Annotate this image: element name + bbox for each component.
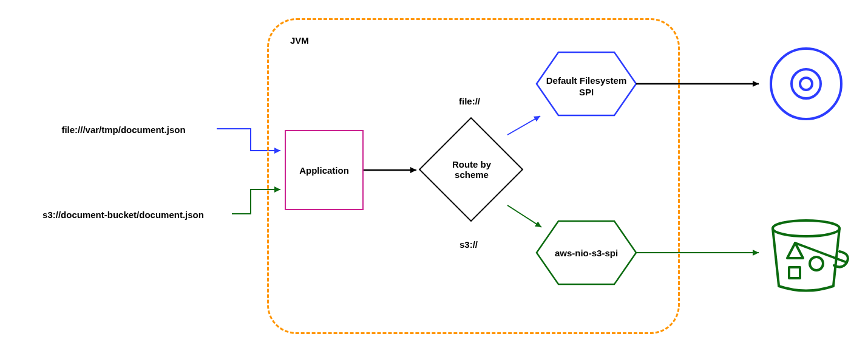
architecture-diagram: JVM Application Route by scheme file:// … — [0, 0, 868, 345]
application-box: Application — [285, 130, 364, 210]
svg-point-5 — [810, 257, 823, 270]
disk-icon — [771, 49, 841, 119]
s3-spi-label: aws-nio-s3-spi — [548, 248, 625, 258]
s3-bucket-icon — [773, 220, 848, 291]
jvm-label: JVM — [290, 35, 309, 46]
svg-point-0 — [771, 49, 841, 119]
file-uri-text: file:///var/tmp/document.json — [28, 125, 219, 135]
s3-uri-text: s3://document-bucket/document.json — [11, 210, 236, 220]
s3-scheme-label: s3:// — [459, 239, 478, 250]
application-label: Application — [299, 165, 349, 176]
svg-rect-6 — [789, 267, 800, 278]
svg-point-2 — [800, 78, 812, 90]
svg-point-3 — [773, 220, 839, 236]
file-scheme-label: file:// — [459, 96, 480, 106]
svg-point-1 — [792, 69, 821, 98]
default-fs-label: Default Filesystem SPI — [544, 75, 629, 98]
router-label: Route by scheme — [440, 159, 503, 180]
